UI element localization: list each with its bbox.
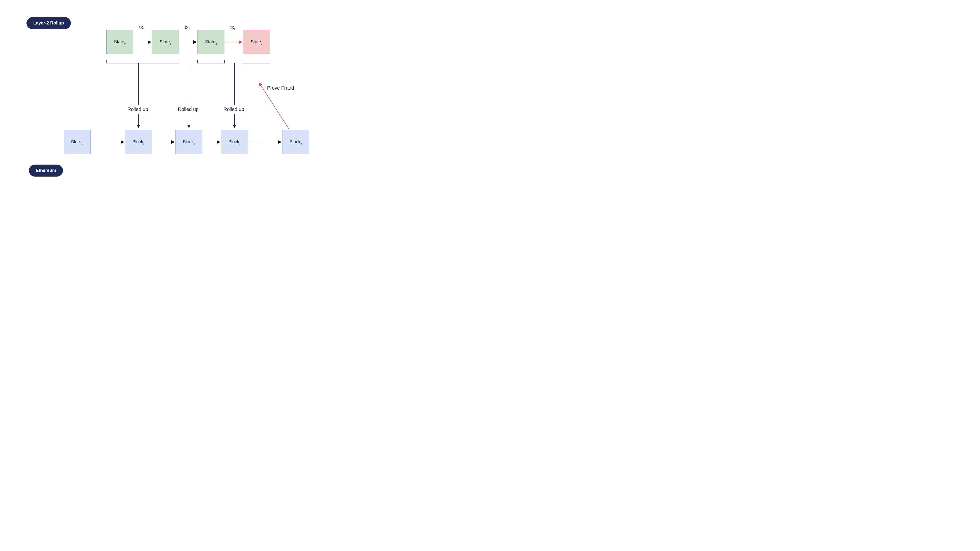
prove-fraud-label: Prove Fraud xyxy=(267,85,294,91)
block-3-label: Block3 xyxy=(228,139,240,145)
block-1-box: Block1 xyxy=(125,130,152,154)
block-2-label: Block2 xyxy=(183,139,195,145)
tx1-label: tx1 xyxy=(185,24,190,30)
layer-divider xyxy=(0,96,353,96)
block-0-label: Block0 xyxy=(71,139,83,145)
ethereum-pill: Ethereum xyxy=(29,165,63,176)
bracket-group-2 xyxy=(197,60,224,63)
block-0-box: Block0 xyxy=(64,130,91,154)
state-1-box: State1 xyxy=(152,30,179,54)
rolled-up-1-label: Rolled up xyxy=(127,106,148,112)
block-1-label: Block1 xyxy=(132,139,145,145)
block-n-label: Blockn xyxy=(290,139,302,145)
state-0-label: State0 xyxy=(114,40,126,45)
block-3-box: Block3 xyxy=(221,130,248,154)
rolled-up-2-label: Rolled up xyxy=(178,106,199,112)
tx2-label: tx2 xyxy=(230,24,236,30)
diagram-canvas: Layer-2 Rollup Ethereum State0 State1 St… xyxy=(0,0,353,198)
state-3-box: State3 xyxy=(243,30,270,54)
block-2-box: Block2 xyxy=(175,130,202,154)
state-1-label: State1 xyxy=(159,40,171,45)
state-2-box: State2 xyxy=(197,30,224,54)
block-n-box: Blockn xyxy=(282,130,309,154)
state-3-label: State3 xyxy=(251,40,262,45)
state-2-label: State2 xyxy=(205,40,217,45)
bracket-group-3 xyxy=(243,60,270,63)
bracket-group-01 xyxy=(106,60,179,63)
state-0-box: State0 xyxy=(106,30,133,54)
tx0-label: tx0 xyxy=(139,24,145,30)
rolled-up-3-label: Rolled up xyxy=(223,106,244,112)
layer2-rollup-pill: Layer-2 Rollup xyxy=(27,17,71,29)
